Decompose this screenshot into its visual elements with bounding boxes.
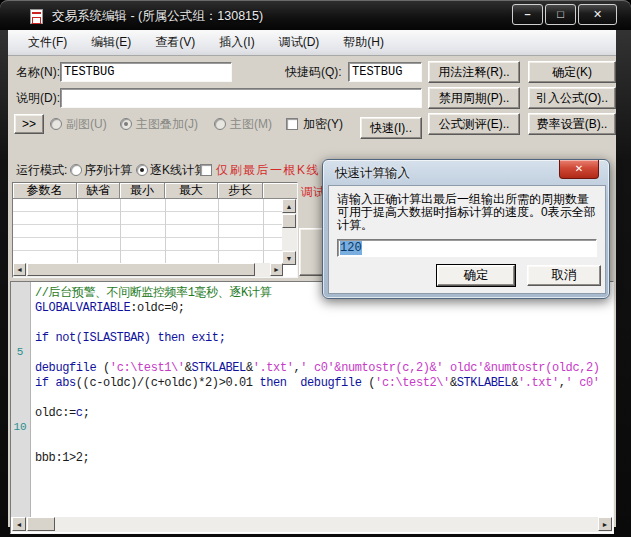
dialog-message: 请输入正确计算出最后一组输出所需的周期数量 可用于提高大数据时指标计算的速度。0…: [337, 193, 599, 232]
params-table-header: 参数名 缺省 最小 最大 步长: [13, 183, 297, 199]
dialog-ok-button[interactable]: 确定: [437, 265, 515, 286]
menu-edit[interactable]: 编辑(E): [79, 34, 143, 51]
radio-subchart-label: 副图(U): [66, 114, 107, 134]
title-bar[interactable]: 交易系统编辑 - (所属公式组：130815) – □ ✕: [0, 0, 631, 30]
scroll-down-icon[interactable]: ▼: [282, 251, 296, 265]
radio-overlay-label: 主图叠加(J): [136, 114, 198, 134]
import-formula-button[interactable]: 引入公式(O)..: [528, 87, 616, 109]
col-step[interactable]: 步长: [218, 183, 263, 199]
code-editor[interactable]: 510 //后台预警、不间断监控频率1毫秒、逐K计算GLOBALVARIABLE…: [10, 281, 614, 534]
radio-overlay[interactable]: [120, 118, 132, 130]
expand-button[interactable]: >>: [14, 114, 44, 134]
quick-button[interactable]: 快速(I)..: [360, 117, 422, 139]
dialog-body: 请输入正确计算出最后一组输出所需的周期数量 可用于提高大数据时指标计算的速度。0…: [328, 185, 606, 294]
scroll-left-icon[interactable]: ◄: [12, 517, 26, 531]
col-max[interactable]: 最大: [165, 183, 218, 199]
code-line: bbb:1>2;: [35, 451, 89, 466]
hotkey-input[interactable]: [348, 62, 422, 82]
fee-setting-button[interactable]: 费率设置(B)..: [528, 113, 616, 135]
quick-calc-dialog: 快速计算输入 ✕ 请输入正确计算出最后一组输出所需的周期数量 可用于提高大数据时…: [322, 159, 610, 299]
radio-perbar-calc[interactable]: [136, 164, 148, 176]
col-param-name[interactable]: 参数名: [13, 183, 77, 199]
app-window: 交易系统编辑 - (所属公式组：130815) – □ ✕ 文件(F) 编辑(E…: [0, 0, 631, 537]
usage-note-button[interactable]: 用法注释(R)..: [428, 61, 520, 83]
scroll-right-icon[interactable]: ►: [598, 517, 612, 531]
col-filler: [263, 183, 297, 199]
menu-insert[interactable]: 插入(I): [207, 34, 266, 51]
run-mode-label: 运行模式:: [16, 160, 67, 180]
encrypt-label: 加密(Y): [303, 114, 343, 134]
input-selected-text: 120: [340, 241, 362, 255]
window-title: 交易系统编辑 - (所属公式组：130815): [52, 1, 263, 31]
dialog-message-line: 计算。: [337, 219, 599, 232]
app-icon: [30, 9, 43, 24]
window-controls: – □ ✕: [512, 4, 619, 25]
hotkey-label: 快捷码(Q):: [285, 62, 342, 82]
dialog-message-line: 可用于提高大数据时指标计算的速度。0表示全部: [337, 206, 599, 219]
col-min[interactable]: 最小: [120, 183, 165, 199]
client-area: 名称(N): 快捷码(Q): 用法注释(R).. 确定(K) 说明(D): 禁用…: [8, 56, 616, 527]
col-default[interactable]: 缺省: [77, 183, 120, 199]
dialog-title: 快速计算输入: [335, 165, 410, 182]
refresh-last-checkbox[interactable]: [200, 164, 212, 176]
radio-sequence-label: 序列计算: [84, 160, 132, 180]
refresh-last-label: 仅刷最后一根K线: [216, 160, 320, 180]
encrypt-checkbox[interactable]: [286, 118, 298, 130]
close-button[interactable]: ✕: [578, 4, 617, 25]
scroll-right-icon[interactable]: ►: [270, 263, 283, 276]
code-line: oldc:=c;: [35, 406, 89, 421]
menu-debug[interactable]: 调试(D): [267, 34, 332, 51]
disable-period-button[interactable]: 禁用周期(P)..: [428, 87, 520, 109]
maximize-button[interactable]: □: [545, 4, 576, 25]
formula-test-button[interactable]: 公式测评(E)..: [428, 113, 520, 135]
params-horizontal-scrollbar[interactable]: ◄ ►: [13, 263, 283, 277]
desc-label: 说明(D):: [16, 88, 60, 108]
code-line: if not(ISLASTBAR) then exit;: [35, 331, 225, 346]
scroll-left-icon[interactable]: ◄: [13, 263, 26, 276]
code-line: //后台预警、不间断监控频率1毫秒、逐K计算: [35, 286, 271, 301]
editor-code-area[interactable]: //后台预警、不间断监控频率1毫秒、逐K计算GLOBALVARIABLE:old…: [35, 282, 612, 517]
editor-gutter: 510: [11, 282, 31, 517]
params-table-body: [13, 199, 283, 265]
code-line: debugfile ('c:\test1\'&STKLABEL&'.txt','…: [35, 361, 600, 376]
params-table: 参数名 缺省 最小 最大 步长 ▲ ▼ ◄ ►: [12, 182, 298, 278]
line-number: 10: [11, 421, 29, 433]
code-line: if abs((c-oldc)/(c+oldc)*2)>0.01 then de…: [35, 376, 600, 391]
radio-mainchart[interactable]: [214, 118, 226, 130]
name-label: 名称(N):: [16, 62, 60, 82]
dialog-close-icon[interactable]: ✕: [559, 160, 599, 179]
confirm-button[interactable]: 确定(K): [528, 61, 616, 83]
dialog-cancel-button[interactable]: 取消: [527, 265, 601, 286]
menu-file[interactable]: 文件(F): [16, 34, 79, 51]
params-vertical-scrollbar[interactable]: ▲ ▼: [282, 199, 297, 265]
menu-view[interactable]: 查看(V): [143, 34, 207, 51]
line-number: 5: [11, 346, 29, 358]
menu-help[interactable]: 帮助(H): [331, 34, 396, 51]
minimize-button[interactable]: –: [512, 4, 543, 25]
name-input[interactable]: [60, 62, 232, 82]
radio-perbar-label: 逐K线计算: [150, 160, 206, 180]
scroll-up-icon[interactable]: ▲: [282, 199, 296, 213]
radio-sequence-calc[interactable]: [70, 164, 82, 176]
menu-bar: 文件(F) 编辑(E) 查看(V) 插入(I) 调试(D) 帮助(H): [8, 30, 616, 56]
quick-calc-input[interactable]: 120: [337, 239, 597, 257]
desc-input[interactable]: [60, 88, 422, 108]
code-line: GLOBALVARIABLE:oldc=0;: [35, 301, 185, 316]
editor-horizontal-scrollbar[interactable]: ◄ ►: [12, 517, 612, 532]
radio-subchart[interactable]: [50, 118, 62, 130]
radio-mainchart-label: 主图(M): [230, 114, 272, 134]
